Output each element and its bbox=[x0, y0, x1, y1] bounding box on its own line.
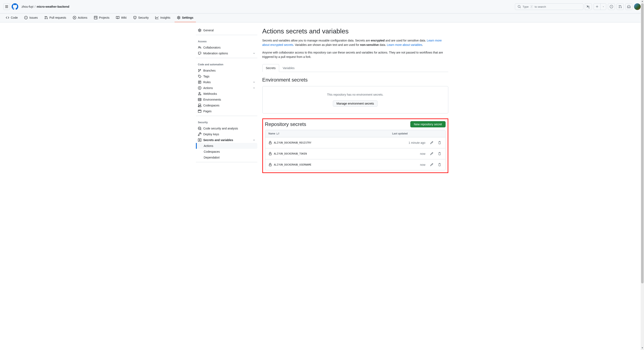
sidebar-sub-dependabot[interactable]: Dependabot bbox=[196, 154, 257, 160]
notifications-button[interactable] bbox=[625, 3, 632, 10]
pulls-button[interactable] bbox=[616, 3, 624, 10]
repo-secrets-title: Repository secrets bbox=[265, 121, 306, 127]
sort-asc-icon[interactable] bbox=[276, 132, 279, 135]
edit-secret-button[interactable] bbox=[429, 140, 434, 145]
pencil-icon bbox=[430, 152, 433, 156]
secrets-table: Name Last updated ALIYUN_DOCKERHUB_REGIS… bbox=[265, 130, 446, 170]
issue-icon bbox=[610, 5, 613, 8]
inbox-icon bbox=[627, 5, 630, 8]
scrollbar[interactable]: ▲ ▼ bbox=[641, 0, 644, 178]
issues-button[interactable] bbox=[608, 3, 615, 10]
sidebar-access-heading: Access bbox=[196, 38, 257, 44]
secret-name: ALIYUN_DOCKERHUB_TOKEN bbox=[274, 152, 307, 155]
plus-button[interactable] bbox=[594, 3, 600, 10]
sidebar-rules[interactable]: Rules bbox=[196, 79, 257, 85]
pencil-icon bbox=[430, 141, 433, 144]
sidebar-collaborators[interactable]: Collaborators bbox=[196, 44, 257, 50]
sidebar-branches[interactable]: Branches bbox=[196, 68, 257, 74]
search-input[interactable]: Type / to search bbox=[515, 3, 584, 10]
trash-icon bbox=[438, 163, 441, 166]
sidebar-pages[interactable]: Pages bbox=[196, 108, 257, 114]
sidebar-codespaces[interactable]: Codespaces bbox=[196, 102, 257, 108]
nav-actions[interactable]: Actions bbox=[70, 14, 90, 22]
env-empty-text: This repository has no environment secre… bbox=[269, 93, 442, 96]
secret-row: ALIYUN_DOCKERHUB_TOKEN now bbox=[265, 148, 446, 159]
chevron-down-icon bbox=[253, 81, 255, 84]
search-icon bbox=[518, 5, 521, 8]
nav-insights[interactable]: Insights bbox=[153, 14, 173, 22]
lock-icon bbox=[268, 141, 272, 144]
sidebar-sub-actions[interactable]: Actions bbox=[196, 143, 257, 149]
chevron-down-icon bbox=[253, 87, 255, 89]
issues-icon bbox=[24, 16, 28, 19]
sidebar-webhooks[interactable]: Webhooks bbox=[196, 91, 257, 97]
github-logo[interactable] bbox=[12, 3, 18, 10]
pull-request-icon bbox=[618, 5, 622, 8]
scrollbar-thumb[interactable] bbox=[641, 3, 644, 178]
nav-issues[interactable]: Issues bbox=[22, 14, 40, 22]
create-menu[interactable] bbox=[594, 3, 606, 10]
hamburger-menu[interactable] bbox=[3, 3, 10, 10]
breadcrumb-separator: / bbox=[35, 5, 36, 8]
plus-icon bbox=[596, 5, 599, 8]
intro-paragraph-2: Anyone with collaborator access to this … bbox=[262, 50, 448, 59]
edit-secret-button[interactable] bbox=[429, 162, 434, 167]
env-secrets-box: This repository has no environment secre… bbox=[262, 86, 448, 114]
code-icon bbox=[6, 16, 9, 19]
sidebar-sub-codespaces[interactable]: Codespaces bbox=[196, 149, 257, 154]
play-icon bbox=[198, 86, 201, 90]
delete-secret-button[interactable] bbox=[437, 140, 442, 145]
nav-security[interactable]: Security bbox=[131, 14, 151, 22]
pr-icon bbox=[44, 16, 48, 19]
rules-icon bbox=[198, 80, 201, 84]
scroll-up-arrow[interactable]: ▲ bbox=[641, 0, 644, 3]
pencil-icon bbox=[430, 163, 433, 166]
nav-code[interactable]: Code bbox=[3, 14, 20, 22]
tab-variables[interactable]: Variables bbox=[279, 64, 298, 72]
sidebar-moderation[interactable]: Moderation options bbox=[196, 50, 257, 56]
manage-env-secrets-button[interactable]: Manage environment secrets bbox=[333, 100, 378, 107]
nav-settings[interactable]: Settings bbox=[174, 14, 196, 22]
settings-sidebar: General Access Collaborators Moderation … bbox=[196, 28, 257, 173]
edit-secret-button[interactable] bbox=[429, 151, 434, 156]
sidebar-tags[interactable]: Tags bbox=[196, 74, 257, 79]
wiki-icon bbox=[116, 16, 119, 19]
delete-secret-button[interactable] bbox=[437, 162, 442, 167]
sidebar-general[interactable]: General bbox=[196, 28, 257, 33]
repo-nav: Code Issues Pull requests Actions Projec… bbox=[0, 14, 644, 22]
search-placeholder-suffix: to search bbox=[535, 5, 546, 8]
sidebar-security-heading: Security bbox=[196, 119, 257, 126]
nav-pulls[interactable]: Pull requests bbox=[42, 14, 69, 22]
new-repo-secret-button[interactable]: New repository secret bbox=[410, 121, 446, 128]
app-header: zhou-fuyi / micro-weather-backend Type /… bbox=[0, 0, 644, 14]
lock-icon bbox=[268, 152, 272, 156]
sidebar-code-security[interactable]: Code security and analysis bbox=[196, 126, 257, 131]
command-palette-icon bbox=[587, 5, 590, 8]
nav-projects[interactable]: Projects bbox=[92, 14, 112, 22]
server-icon bbox=[198, 98, 201, 101]
plus-dropdown[interactable] bbox=[600, 3, 606, 10]
sidebar-actions[interactable]: Actions bbox=[196, 85, 257, 91]
key-asterisk-icon bbox=[198, 138, 201, 142]
tab-secrets[interactable]: Secrets bbox=[262, 64, 279, 72]
nav-wiki[interactable]: Wiki bbox=[114, 14, 129, 22]
owner-link[interactable]: zhou-fuyi bbox=[22, 5, 34, 8]
shield-icon bbox=[133, 16, 136, 19]
secret-updated: now bbox=[392, 163, 426, 166]
learn-variables-link[interactable]: Learn more about variables bbox=[387, 43, 422, 46]
secrets-table-header: Name Last updated bbox=[265, 130, 446, 137]
webhook-icon bbox=[198, 92, 201, 96]
actions-icon bbox=[73, 16, 76, 19]
sidebar-secrets-vars[interactable]: Secrets and variables bbox=[196, 137, 257, 143]
command-palette-button[interactable] bbox=[585, 3, 592, 10]
secret-row: ALIYUN_DOCKERHUB_REGISTRY 1 minute ago bbox=[265, 137, 446, 148]
intro-paragraph-1: Secrets and variables allow you to manag… bbox=[262, 38, 448, 47]
sidebar-environments[interactable]: Environments bbox=[196, 97, 257, 102]
repo-link[interactable]: micro-weather-backend bbox=[37, 5, 69, 8]
sidebar-deploy-keys[interactable]: Deploy keys bbox=[196, 131, 257, 137]
main-content: Actions secrets and variables Secrets an… bbox=[262, 28, 448, 173]
hamburger-icon bbox=[5, 5, 8, 8]
user-avatar[interactable] bbox=[634, 3, 641, 10]
codescan-icon bbox=[198, 127, 201, 130]
delete-secret-button[interactable] bbox=[437, 151, 442, 156]
